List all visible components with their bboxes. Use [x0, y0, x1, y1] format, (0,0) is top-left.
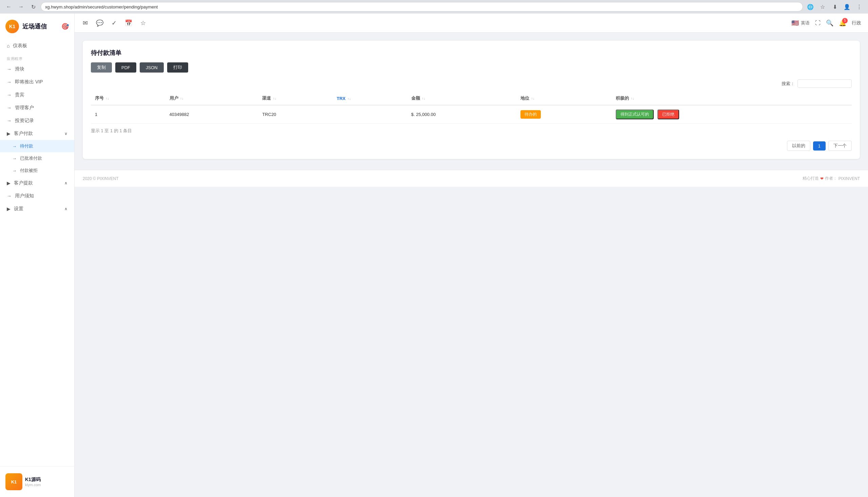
- col-trx[interactable]: TRX ↑↓: [332, 92, 407, 105]
- main-content: 待付款清单 复制 PDF JSON 打印 搜索：: [75, 32, 868, 497]
- sidebar-item-label: 待付款: [20, 143, 33, 149]
- next-page-button[interactable]: 下一个: [828, 141, 852, 151]
- calendar-icon[interactable]: 📅: [124, 18, 133, 28]
- translate-button[interactable]: 🌐: [806, 2, 815, 12]
- sidebar-item-slides[interactable]: → 滑块: [0, 63, 74, 75]
- data-table: 序号 ↑↓ 用户 ↑↓ 渠道 ↑↓ TRX ↑↓ 金额 ↑↓ 地位 ↑↓ 积极的…: [91, 92, 852, 124]
- sort-icon: ↑↓: [631, 97, 634, 100]
- json-button[interactable]: JSON: [140, 62, 164, 73]
- logo-icon: K1: [5, 20, 19, 33]
- fullscreen-button[interactable]: ⛶: [815, 20, 821, 26]
- heart-icon: ❤: [820, 176, 824, 181]
- table-row: 1 40349882 TRC20 $. 25,000.00 待办的 得到正式认可…: [91, 105, 852, 124]
- author-prefix: 作者：: [825, 175, 837, 181]
- chat-icon[interactable]: 💬: [95, 18, 105, 28]
- address-bar[interactable]: xg.hwym.shop/admin/secured/customer/pend…: [41, 2, 803, 12]
- check-icon[interactable]: ✓: [110, 18, 118, 28]
- col-channel[interactable]: 渠道 ↑↓: [258, 92, 332, 105]
- sort-icon: ↑↓: [422, 97, 425, 100]
- table-header-row: 搜索：: [91, 79, 852, 88]
- prev-page-button[interactable]: 以前的: [787, 141, 810, 151]
- sort-icon: ↑↓: [106, 97, 109, 100]
- arrow-icon: →: [7, 92, 12, 98]
- reject-button[interactable]: 已拒绝: [657, 110, 679, 119]
- sidebar-item-label: 滑块: [15, 66, 68, 72]
- sidebar-item-dashboard[interactable]: ⌂ 仪表板: [0, 39, 74, 52]
- browser-chrome: ← → ↻ xg.hwym.shop/admin/secured/custome…: [0, 0, 868, 14]
- footer-right: 精心打造 ❤ 作者： PIXINVENT: [802, 175, 860, 181]
- sidebar-item-label: 已批准付款: [20, 155, 42, 161]
- pagination-row: 以前的 1 下一个: [91, 141, 852, 151]
- notification-button[interactable]: 🔔 5: [839, 19, 846, 27]
- refresh-button[interactable]: ↻: [28, 2, 38, 12]
- arrow-icon: →: [7, 193, 12, 199]
- records-info: 显示 1 至 1 的 1 条目: [91, 128, 852, 134]
- notification-count: 5: [842, 18, 848, 24]
- card-actions: 复制 PDF JSON 打印: [91, 62, 852, 73]
- search-input[interactable]: [797, 79, 852, 88]
- language-label: 英语: [801, 20, 810, 26]
- sidebar-header: K1 近场通信 🎯: [0, 14, 74, 39]
- current-page-button[interactable]: 1: [813, 141, 826, 151]
- profile-button[interactable]: 👤: [842, 2, 852, 12]
- print-button[interactable]: 打印: [167, 62, 188, 73]
- search-button[interactable]: 🔍: [826, 19, 834, 27]
- flag-icon: 🇺🇸: [792, 19, 799, 27]
- sidebar-group-customer-payment[interactable]: ▶ 客户付款 ∨: [0, 127, 74, 140]
- sidebar-item-label: 管理客户: [15, 105, 68, 111]
- forward-button[interactable]: →: [16, 2, 26, 12]
- browser-actions: 🌐 ☆ ⬇ 👤 ⋮: [806, 2, 864, 12]
- cell-user: 40349882: [166, 105, 258, 124]
- col-location[interactable]: 地位 ↑↓: [516, 92, 612, 105]
- sidebar-group-customer-withdrawal[interactable]: ▶ 客户提款 ∧: [0, 176, 74, 189]
- copy-button[interactable]: 复制: [91, 62, 112, 73]
- sidebar-item-pending-payment[interactable]: → 待付款: [0, 140, 74, 152]
- col-user[interactable]: 用户 ↑↓: [166, 92, 258, 105]
- sort-icon: ↑↓: [180, 97, 183, 100]
- cell-index: 1: [91, 105, 166, 124]
- sidebar: K1 近场通信 🎯 ⌂ 仪表板 应用程序 → 滑块 → 即将推出 VIP → 贵…: [0, 14, 75, 497]
- sidebar-section-apps: 应用程序: [0, 52, 74, 63]
- sidebar-item-investment-records[interactable]: → 投资记录: [0, 114, 74, 127]
- sidebar-item-label: 仪表板: [13, 43, 68, 49]
- back-button[interactable]: ←: [4, 2, 14, 12]
- sidebar-item-label: 用户须知: [15, 193, 68, 199]
- cell-trx: [332, 105, 407, 124]
- play-icon: ▶: [7, 206, 11, 212]
- col-index[interactable]: 序号 ↑↓: [91, 92, 166, 105]
- logo-text: 近场通信: [23, 23, 47, 30]
- arrow-icon: →: [12, 156, 17, 161]
- content-inner: 待付款清单 复制 PDF JSON 打印 搜索：: [75, 32, 868, 167]
- cell-location: 待办的: [516, 105, 612, 124]
- footer-logo-icon: K1: [5, 473, 23, 490]
- cell-amount: $. 25,000.00: [407, 105, 516, 124]
- sidebar-group-settings[interactable]: ▶ 设置 ∧: [0, 202, 74, 215]
- target-icon[interactable]: 🎯: [61, 23, 69, 30]
- sidebar-item-approved-payment[interactable]: → 已批准付款: [0, 152, 74, 165]
- star-icon[interactable]: ☆: [139, 18, 147, 28]
- bookmark-button[interactable]: ☆: [818, 2, 827, 12]
- arrow-icon: →: [7, 67, 12, 72]
- main-outer: ✉ 💬 ✓ 📅 ☆ 🇺🇸 英语 ⛶ 🔍 🔔 5 行政 待付款清单: [75, 14, 868, 497]
- download-button[interactable]: ⬇: [830, 2, 840, 12]
- pdf-button[interactable]: PDF: [115, 62, 136, 73]
- sort-icon: ↑↓: [273, 97, 276, 100]
- sidebar-item-guest[interactable]: → 贵宾: [0, 88, 74, 101]
- language-selector[interactable]: 🇺🇸 英语: [792, 19, 810, 27]
- col-positive[interactable]: 积极的 ↑↓: [612, 92, 852, 105]
- chevron-up-icon: ∧: [65, 207, 68, 211]
- col-amount[interactable]: 金额 ↑↓: [407, 92, 516, 105]
- sidebar-item-user-notice[interactable]: → 用户须知: [0, 189, 74, 202]
- admin-label: 行政: [852, 20, 861, 26]
- group-label: 设置: [14, 206, 61, 212]
- approve-button[interactable]: 得到正式认可的: [616, 110, 654, 119]
- mail-icon[interactable]: ✉: [81, 18, 89, 28]
- sidebar-item-coming-vip[interactable]: → 即将推出 VIP: [0, 75, 74, 88]
- home-icon: ⌂: [7, 43, 10, 48]
- sidebar-item-label: 投资记录: [15, 118, 68, 124]
- search-label: 搜索：: [782, 81, 795, 87]
- menu-button[interactable]: ⋮: [854, 2, 864, 12]
- sidebar-item-rejected-payment[interactable]: → 付款被拒: [0, 165, 74, 176]
- sort-icon: ↑↓: [347, 97, 351, 101]
- sidebar-item-manage-customers[interactable]: → 管理客户: [0, 101, 74, 114]
